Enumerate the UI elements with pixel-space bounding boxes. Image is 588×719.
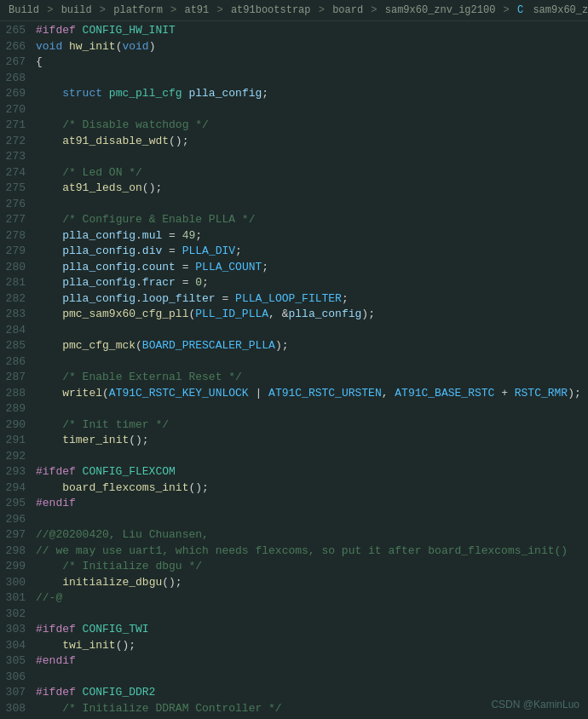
code-line: { (36, 55, 588, 71)
code-line: plla_config.fracr = 0; (36, 275, 588, 291)
bc-build[interactable]: Build (9, 4, 39, 16)
code-line (36, 354, 588, 371)
line-number: 293 (3, 464, 26, 480)
line-number: 296 (3, 512, 26, 528)
bc-c: C (517, 4, 523, 16)
line-number: 266 (3, 39, 26, 55)
code-line: initialize_dbgu(); (36, 575, 588, 591)
code-line (36, 512, 588, 528)
line-number: 284 (3, 323, 26, 339)
line-number: 301 (3, 590, 26, 607)
code-line: /* Configure & Enable PLLA */ (36, 212, 588, 228)
code-line: /* Led ON */ (36, 165, 588, 181)
line-number: 265 (3, 23, 26, 39)
line-number: 299 (3, 559, 26, 575)
code-line (36, 401, 588, 417)
code-area[interactable]: #ifdef CONFIG_HW_INITvoid hw_init(void){… (32, 21, 588, 716)
code-line: #endif (36, 496, 588, 512)
bc-at91bootstrap[interactable]: at91bootstrap (231, 4, 311, 16)
code-line: #ifdef CONFIG_HW_INIT (36, 23, 588, 39)
line-number: 287 (3, 370, 26, 386)
line-number: 306 (3, 670, 26, 686)
code-line (36, 670, 588, 686)
line-number: 302 (3, 607, 26, 623)
line-number: 280 (3, 260, 26, 276)
line-number: 286 (3, 354, 26, 371)
line-number: 297 (3, 527, 26, 544)
code-line: struct pmc_pll_cfg plla_config; (36, 86, 588, 102)
watermark: CSDN @KaminLuo (491, 699, 579, 710)
line-number: 303 (3, 622, 26, 638)
code-line (36, 323, 588, 339)
line-number: 291 (3, 433, 26, 449)
line-number: 269 (3, 86, 26, 102)
line-number: 279 (3, 244, 26, 260)
line-number: 276 (3, 197, 26, 213)
bc-sam9x60[interactable]: sam9x60_znv_ig2100 (385, 4, 496, 16)
line-number: 273 (3, 149, 26, 165)
code-line: plla_config.loop_filter = PLLA_LOOP_FILT… (36, 291, 588, 308)
line-number: 298 (3, 544, 26, 560)
line-number: 304 (3, 638, 26, 654)
line-number: 272 (3, 134, 26, 150)
code-line: /* Disable watchdog */ (36, 118, 588, 134)
line-number: 288 (3, 386, 26, 402)
code-line: plla_config.mul = 49; (36, 228, 588, 244)
code-line (36, 102, 588, 118)
code-line: #ifdef CONFIG_FLEXCOM (36, 464, 588, 480)
code-line: /* Initialize dbgu */ (36, 559, 588, 575)
code-line: #endif (36, 653, 588, 670)
code-line (36, 149, 588, 165)
line-number: 285 (3, 338, 26, 354)
code-line: writel(AT91C_RSTC_KEY_UNLOCK | AT91C_RST… (36, 386, 588, 402)
line-number: 300 (3, 575, 26, 591)
code-line: timer_init(); (36, 433, 588, 449)
line-number: 281 (3, 275, 26, 291)
code-line: #ifdef CONFIG_TWI (36, 622, 588, 638)
code-line: plla_config.div = PLLA_DIV; (36, 244, 588, 260)
line-number: 267 (3, 55, 26, 71)
bc-file[interactable]: sam9x60_znv_ig2100.c (533, 4, 588, 16)
line-number: 270 (3, 102, 26, 118)
code-line (36, 449, 588, 465)
line-number: 275 (3, 181, 26, 197)
code-line: /* Enable External Reset */ (36, 370, 588, 386)
code-line: plla_config.count = PLLA_COUNT; (36, 260, 588, 276)
bc-build2[interactable]: build (61, 4, 92, 16)
code-line: void hw_init(void) (36, 39, 588, 55)
line-number: 294 (3, 480, 26, 497)
line-number: 308 (3, 701, 26, 717)
code-line: twi_init(); (36, 638, 588, 654)
code-line: // we may use uart1, which needs flexcom… (36, 544, 588, 560)
code-line: //-@ (36, 590, 588, 607)
breadcrumb-bar: Build > build > platform > at91 > at91bo… (0, 0, 588, 21)
code-line (36, 71, 588, 87)
code-line: //@20200420, Liu Chuansen, (36, 527, 588, 544)
line-number: 271 (3, 118, 26, 134)
line-number: 278 (3, 228, 26, 244)
code-line: at91_leds_on(); (36, 181, 588, 197)
line-number: 282 (3, 291, 26, 308)
code-container: 2652662672682692702712722732742752762772… (0, 21, 588, 716)
line-number: 277 (3, 212, 26, 228)
line-number: 290 (3, 417, 26, 434)
code-line: board_flexcoms_init(); (36, 480, 588, 497)
code-line: at91_disable_wdt(); (36, 134, 588, 150)
line-number: 274 (3, 165, 26, 181)
line-number: 307 (3, 685, 26, 701)
line-number: 305 (3, 653, 26, 670)
bc-board[interactable]: board (332, 4, 363, 16)
line-number: 295 (3, 496, 26, 512)
code-line: pmc_cfg_mck(BOARD_PRESCALER_PLLA); (36, 338, 588, 354)
code-line: /* Init timer */ (36, 417, 588, 434)
bc-platform[interactable]: platform (113, 4, 163, 16)
code-line (36, 607, 588, 623)
code-line: pmc_sam9x60_cfg_pll(PLL_ID_PLLA, &plla_c… (36, 307, 588, 323)
line-number: 283 (3, 307, 26, 323)
line-numbers: 2652662672682692702712722732742752762772… (0, 21, 32, 716)
code-line (36, 197, 588, 213)
line-number: 292 (3, 449, 26, 465)
bc-at91[interactable]: at91 (184, 4, 209, 16)
line-number: 268 (3, 71, 26, 87)
line-number: 289 (3, 401, 26, 417)
